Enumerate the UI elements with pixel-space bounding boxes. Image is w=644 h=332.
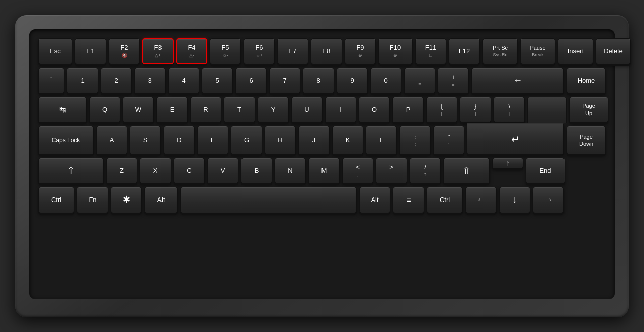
- keyboard-body: Esc F1 F2 🔇 F3 △+ F4 △- F5 ☼- F6 ☼+ F: [15, 15, 629, 317]
- key-f7[interactable]: F7: [277, 38, 308, 64]
- key-f12[interactable]: F12: [449, 38, 480, 64]
- key-rshift[interactable]: ⇧: [443, 158, 490, 184]
- key-s[interactable]: S: [130, 126, 161, 155]
- key-pagedown[interactable]: PageDown: [567, 126, 606, 155]
- key-z[interactable]: Z: [106, 158, 137, 184]
- key-comma[interactable]: < ,: [342, 158, 373, 184]
- key-6[interactable]: 6: [235, 68, 267, 94]
- key-7[interactable]: 7: [269, 68, 300, 94]
- key-space[interactable]: [180, 187, 357, 213]
- key-f9[interactable]: F9 ⊖: [345, 38, 376, 64]
- bottom-row: Ctrl Fn ✱ Alt Alt ≡ Ctrl ← ↓ →: [38, 187, 606, 213]
- key-q[interactable]: Q: [89, 97, 120, 123]
- key-0[interactable]: 0: [370, 68, 401, 94]
- key-g[interactable]: G: [231, 126, 262, 155]
- key-2[interactable]: 2: [101, 68, 132, 94]
- key-4[interactable]: 4: [168, 68, 199, 94]
- key-r[interactable]: R: [190, 97, 221, 123]
- keyboard-inner: Esc F1 F2 🔇 F3 △+ F4 △- F5 ☼- F6 ☼+ F: [29, 29, 615, 299]
- key-p[interactable]: P: [392, 97, 424, 123]
- key-win[interactable]: ✱: [111, 187, 142, 213]
- key-f[interactable]: F: [197, 126, 228, 155]
- key-f5[interactable]: F5 ☼-: [210, 38, 241, 64]
- key-8[interactable]: 8: [303, 68, 334, 94]
- key-left[interactable]: ←: [465, 187, 497, 213]
- key-backspace[interactable]: ←: [471, 68, 564, 94]
- key-lalt[interactable]: Alt: [144, 187, 178, 213]
- key-m[interactable]: M: [308, 158, 340, 184]
- key-ralt[interactable]: Alt: [359, 187, 390, 213]
- key-lbracket[interactable]: { [: [426, 97, 457, 123]
- key-e[interactable]: E: [156, 97, 188, 123]
- key-pause[interactable]: Pause Break: [520, 38, 555, 64]
- key-t[interactable]: T: [224, 97, 255, 123]
- up-arrow-col: ↑: [492, 158, 523, 184]
- key-enter[interactable]: ↵: [467, 123, 564, 155]
- key-lshift[interactable]: ⇧: [38, 158, 104, 184]
- key-quote[interactable]: " ': [433, 126, 464, 155]
- key-prtsc[interactable]: Prt Sc Sys Rq: [482, 38, 518, 64]
- key-i[interactable]: I: [325, 97, 356, 123]
- key-f3[interactable]: F3 △+: [142, 38, 174, 64]
- number-key-row: ` 1 2 3 4 5 6 7 8 9 0 — ≡ + = ← Home: [38, 68, 606, 94]
- key-c[interactable]: C: [174, 158, 205, 184]
- key-f10[interactable]: F10 ⊕: [378, 38, 413, 64]
- key-home[interactable]: Home: [567, 68, 606, 94]
- zxcv-row: ⇧ Z X C V B N M < , > . / ? ⇧: [38, 158, 606, 184]
- key-f2[interactable]: F2 🔇: [109, 38, 140, 64]
- key-slash[interactable]: / ?: [410, 158, 441, 184]
- key-l[interactable]: L: [366, 126, 397, 155]
- qwerty-row: ↹ Q W E R T Y U I O P { [ } ] \ |: [38, 97, 606, 123]
- key-o[interactable]: O: [359, 97, 390, 123]
- key-up[interactable]: ↑: [492, 158, 523, 169]
- key-v[interactable]: V: [207, 158, 238, 184]
- key-semicolon[interactable]: : ;: [399, 126, 431, 155]
- key-f1[interactable]: F1: [75, 38, 106, 64]
- key-menu[interactable]: ≡: [393, 187, 424, 213]
- key-9[interactable]: 9: [337, 68, 368, 94]
- key-x[interactable]: X: [140, 158, 171, 184]
- arrow-lr-section: ← ↓ →: [465, 187, 564, 213]
- function-key-row: Esc F1 F2 🔇 F3 △+ F4 △- F5 ☼- F6 ☼+ F: [38, 38, 606, 64]
- key-y[interactable]: Y: [258, 97, 289, 123]
- key-lctrl[interactable]: Ctrl: [38, 187, 74, 213]
- key-esc[interactable]: Esc: [38, 38, 72, 64]
- key-f4[interactable]: F4 △-: [176, 38, 207, 64]
- key-rctrl[interactable]: Ctrl: [427, 187, 463, 213]
- key-rbracket[interactable]: } ]: [460, 97, 491, 123]
- key-k[interactable]: K: [332, 126, 363, 155]
- key-backtick[interactable]: `: [38, 68, 64, 94]
- key-period[interactable]: > .: [376, 158, 407, 184]
- key-d[interactable]: D: [164, 126, 195, 155]
- key-f11[interactable]: F11 □: [415, 38, 446, 64]
- key-5[interactable]: 5: [202, 68, 233, 94]
- key-right[interactable]: →: [533, 187, 564, 213]
- key-fn[interactable]: Fn: [77, 187, 108, 213]
- key-enter-top: [527, 97, 567, 123]
- key-1[interactable]: 1: [67, 68, 98, 94]
- key-h[interactable]: H: [265, 126, 296, 155]
- key-end[interactable]: End: [526, 158, 565, 184]
- key-u[interactable]: U: [291, 97, 323, 123]
- key-tab[interactable]: ↹: [38, 97, 87, 123]
- key-n[interactable]: N: [275, 158, 306, 184]
- key-3[interactable]: 3: [134, 68, 166, 94]
- key-delete[interactable]: Delete: [596, 38, 631, 64]
- key-b[interactable]: B: [241, 158, 272, 184]
- key-equals[interactable]: + =: [438, 68, 469, 94]
- key-minus[interactable]: — ≡: [404, 68, 435, 94]
- asdf-row: Caps Lock A S D F G H J K L : ; " ' ↵: [38, 126, 606, 155]
- key-insert[interactable]: Insert: [558, 38, 593, 64]
- key-f6[interactable]: F6 ☼+: [244, 38, 275, 64]
- key-capslock[interactable]: Caps Lock: [38, 126, 94, 155]
- key-down[interactable]: ↓: [499, 187, 530, 213]
- nav-spacer: [567, 187, 606, 213]
- key-w[interactable]: W: [123, 97, 154, 123]
- key-j[interactable]: J: [298, 126, 330, 155]
- key-pageup[interactable]: PageUp: [569, 97, 608, 123]
- key-backslash[interactable]: \ |: [494, 97, 525, 123]
- key-f8[interactable]: F8: [311, 38, 342, 64]
- key-a[interactable]: A: [96, 126, 127, 155]
